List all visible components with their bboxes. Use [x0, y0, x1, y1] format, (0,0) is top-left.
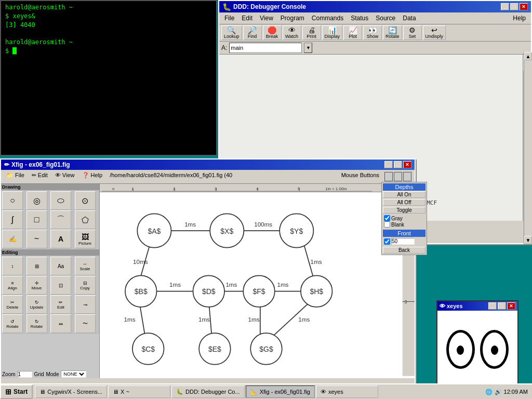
ddd-menu-help[interactable]: Help — [510, 14, 529, 23]
tool-square[interactable]: □ — [26, 210, 47, 229]
tool-copy2[interactable]: ⊟ Copy — [75, 276, 96, 295]
tool-edit-icon[interactable]: ✏ Edit — [50, 295, 71, 314]
ddd-win-buttons: _ □ ✕ — [501, 3, 528, 10]
tool-ellipse[interactable]: ⬭ — [50, 191, 71, 210]
tool-align[interactable]: ≡ Align — [2, 276, 23, 295]
xfig-maximize-button[interactable]: □ — [394, 161, 402, 168]
tool-wave[interactable]: 〜 — [75, 314, 96, 333]
terminal-line-6: $ _ — [5, 47, 212, 56]
ddd-show-button[interactable]: 👀 Show — [363, 25, 382, 40]
xfig-menubar: 📁 File ✏ Edit 👁 View ❓ Help /home/harold… — [1, 170, 415, 184]
tool-move[interactable]: ✛ Move — [26, 276, 47, 295]
ddd-maximize-button[interactable]: □ — [510, 3, 518, 10]
xfig-canvas[interactable]: n 1 2 3 4 5 1in = 1.00in — [100, 184, 415, 378]
tool-circle2[interactable]: ◎ — [26, 191, 47, 210]
blank-checkbox[interactable] — [384, 221, 390, 228]
ddd-find-button[interactable]: 🔎 Find — [243, 25, 262, 40]
tool-arc[interactable]: ⌒ — [50, 210, 71, 229]
ddd-menu-commands[interactable]: Commands — [309, 14, 347, 23]
start-button[interactable]: ⊞ Start — [0, 384, 33, 399]
tool-rotate-right[interactable]: ↻ Rotate — [26, 314, 47, 333]
tool-ellipse2[interactable]: ⊙ — [75, 191, 96, 210]
tool-rotate-left[interactable]: ↺ Rotate — [2, 314, 23, 333]
tool-edit3[interactable]: Aa — [50, 257, 71, 275]
xfig-menu-help[interactable]: ❓ Help — [79, 171, 106, 182]
xfig-menu-view[interactable]: 👁 View — [52, 171, 78, 182]
ddd-scroll-down[interactable]: ▼ — [524, 236, 532, 244]
tool-bezier[interactable]: ~ — [26, 230, 47, 248]
svg-text:1ms: 1ms — [169, 281, 181, 288]
xfig-menu-file[interactable]: 📁 File — [3, 171, 28, 182]
depths-checkboxes: Gray Blank — [383, 214, 425, 229]
xeyes-close-button[interactable]: ✕ — [507, 302, 515, 310]
xfig-menu-edit[interactable]: ✏ Edit — [29, 171, 51, 182]
ddd-scroll-up[interactable]: ▲ — [524, 52, 532, 60]
xeyes-maximize-button[interactable]: □ — [498, 302, 506, 310]
tool-flip[interactable]: ⇔ — [50, 314, 71, 333]
front-label: Front — [383, 230, 425, 237]
front-value-input[interactable] — [391, 238, 415, 245]
tool-copy1[interactable]: ⊡ — [50, 276, 71, 295]
ddd-dropdown-arrow[interactable]: ▼ — [304, 43, 312, 53]
ruler-svg: n 1 2 3 4 5 1in = 1.00in — [102, 184, 372, 192]
ddd-close-button[interactable]: ✕ — [520, 3, 528, 10]
front-checkbox[interactable] — [384, 238, 390, 245]
mode-select[interactable]: NONE — [61, 370, 86, 378]
depths-toggle-button[interactable]: Toggle — [383, 207, 425, 214]
tool-spline[interactable]: ∫ — [2, 210, 23, 229]
ddd-rotate-button[interactable]: 🔄 Rotate — [383, 25, 402, 40]
terminal-line-3: [3] 4040 — [5, 21, 212, 30]
ddd-plot-button[interactable]: 📈 Plot — [343, 25, 362, 40]
taskbar-item-ddd[interactable]: 🐛 DDD: Debugger Co... — [171, 385, 245, 398]
xeyes-minimize-button[interactable]: _ — [488, 302, 497, 310]
taskbar-item-terminal[interactable]: 🖥 X ~ — [108, 385, 170, 398]
taskbar-item-xfig[interactable]: 📐 Xfig - ex06_fig01.fig — [246, 385, 315, 398]
gray-checkbox[interactable] — [384, 215, 390, 221]
tool-scale[interactable]: ↔ Scale — [75, 257, 96, 275]
ddd-right-scrollbar[interactable]: ▲ ▼ — [524, 52, 532, 244]
ddd-minimize-button[interactable]: _ — [501, 3, 509, 10]
zoom-input[interactable] — [18, 371, 32, 378]
ddd-menu-view[interactable]: View — [257, 14, 276, 23]
tool-poly[interactable]: ⬠ — [75, 210, 96, 229]
xfig-close-button[interactable]: ✕ — [403, 161, 411, 168]
ddd-menu-file[interactable]: File — [221, 14, 237, 23]
tool-extra[interactable]: ⊸ — [75, 295, 96, 314]
tool-delete[interactable]: ✂ Delete — [2, 295, 23, 314]
depths-all-on-button[interactable]: All On — [383, 191, 425, 198]
depths-back-button[interactable]: Back — [383, 247, 425, 254]
ddd-menu-data[interactable]: Data — [400, 14, 419, 23]
taskbar-items: 🖥 Cygwin/X - Screens... 🖥 X ~ 🐛 DDD: Deb… — [33, 385, 481, 398]
ddd-undo-button[interactable]: ↩ Undisply — [423, 25, 446, 40]
taskbar-item-cygwin[interactable]: 🖥 Cygwin/X - Screens... — [35, 385, 107, 398]
tool-freehand[interactable]: ✍ — [2, 230, 23, 248]
tool-circle[interactable]: ○ — [2, 191, 23, 210]
zoom-label: Zoom — [2, 371, 16, 377]
svg-text:$H$: $H$ — [310, 287, 323, 296]
ddd-menu-status[interactable]: Status — [348, 14, 371, 23]
ddd-menu-program[interactable]: Program — [277, 14, 308, 23]
ddd-watch-button[interactable]: 👁 Watch — [283, 25, 301, 40]
ddd-lookup-button[interactable]: 🔍 Lookup — [221, 25, 242, 40]
ddd-menu-source[interactable]: Source — [373, 14, 398, 23]
depths-all-off-button[interactable]: All Off — [383, 199, 425, 206]
ddd-break-button[interactable]: 🛑 Break — [263, 25, 282, 40]
xfig-canvas-inner[interactable]: 1 2 3 1ms 100ms 10ms — [100, 192, 415, 378]
start-icon: ⊞ — [5, 388, 11, 396]
xeyes-taskbar-icon: 👁 — [321, 389, 326, 395]
tool-picture[interactable]: 🖼 Picture — [75, 230, 96, 248]
cygwin-icon: 🖥 — [39, 389, 45, 395]
ddd-command-input[interactable] — [229, 43, 302, 53]
taskbar-item-xeyes[interactable]: 👁 xeyes — [316, 385, 378, 398]
ddd-print-button[interactable]: 🖨 Print — [302, 25, 321, 40]
svg-text:$F$: $F$ — [252, 287, 265, 296]
tool-edit1[interactable]: ↕ — [2, 257, 23, 275]
tool-update[interactable]: ↻ Update — [26, 295, 47, 314]
ddd-display-button[interactable]: 📊 Display — [322, 25, 343, 40]
tool-edit2[interactable]: ⊞ — [26, 257, 47, 275]
ddd-menu-edit[interactable]: Edit — [238, 14, 256, 23]
left-eye — [446, 330, 475, 369]
tool-text[interactable]: A — [50, 230, 71, 248]
ddd-set-button[interactable]: ⚙ Set — [403, 25, 422, 40]
xfig-minimize-button[interactable]: _ — [384, 161, 393, 168]
